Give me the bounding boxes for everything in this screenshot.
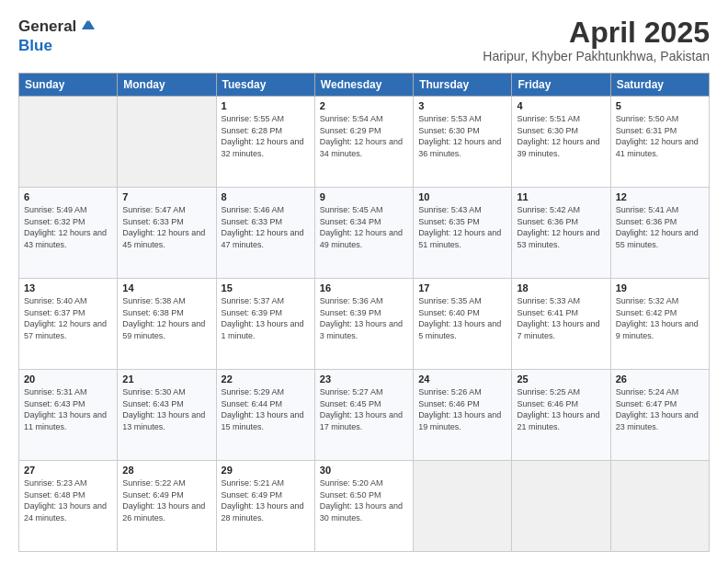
table-row: 21Sunrise: 5:30 AMSunset: 6:43 PMDayligh… [118,370,216,461]
table-row: 27Sunrise: 5:23 AMSunset: 6:48 PMDayligh… [19,461,118,552]
table-row: 16Sunrise: 5:36 AMSunset: 6:39 PMDayligh… [314,279,413,370]
calendar-week-5: 27Sunrise: 5:23 AMSunset: 6:48 PMDayligh… [19,461,710,552]
day-info: Sunrise: 5:32 AMSunset: 6:42 PMDaylight:… [616,295,704,341]
table-row [19,97,118,188]
day-info: Sunrise: 5:36 AMSunset: 6:39 PMDaylight:… [320,295,408,341]
day-info: Sunrise: 5:54 AMSunset: 6:29 PMDaylight:… [320,113,408,159]
day-info: Sunrise: 5:29 AMSunset: 6:44 PMDaylight:… [222,386,310,432]
day-info: Sunrise: 5:38 AMSunset: 6:38 PMDaylight:… [122,295,210,341]
day-number: 3 [418,100,506,111]
table-row: 18Sunrise: 5:33 AMSunset: 6:41 PMDayligh… [512,279,610,370]
page: General Blue April 2025 Haripur, Khyber … [0,0,728,563]
logo-general-text: General [18,17,76,36]
table-row: 6Sunrise: 5:49 AMSunset: 6:32 PMDaylight… [19,188,118,279]
table-row: 12Sunrise: 5:41 AMSunset: 6:36 PMDayligh… [610,188,709,279]
subtitle: Haripur, Khyber Pakhtunkhwa, Pakistan [483,49,710,63]
table-row: 11Sunrise: 5:42 AMSunset: 6:36 PMDayligh… [512,188,610,279]
day-info: Sunrise: 5:47 AMSunset: 6:33 PMDaylight:… [122,204,210,250]
table-row: 13Sunrise: 5:40 AMSunset: 6:37 PMDayligh… [19,279,118,370]
day-number: 17 [418,282,506,293]
table-row: 26Sunrise: 5:24 AMSunset: 6:47 PMDayligh… [610,370,709,461]
day-info: Sunrise: 5:31 AMSunset: 6:43 PMDaylight:… [24,386,112,432]
day-info: Sunrise: 5:49 AMSunset: 6:32 PMDaylight:… [24,204,112,250]
day-info: Sunrise: 5:46 AMSunset: 6:33 PMDaylight:… [222,204,310,250]
day-info: Sunrise: 5:35 AMSunset: 6:40 PMDaylight:… [418,295,506,341]
table-row: 22Sunrise: 5:29 AMSunset: 6:44 PMDayligh… [216,370,314,461]
table-row: 29Sunrise: 5:21 AMSunset: 6:49 PMDayligh… [216,461,314,552]
day-number: 13 [24,282,112,293]
col-saturday: Saturday [610,74,709,97]
day-info: Sunrise: 5:55 AMSunset: 6:28 PMDaylight:… [222,113,310,159]
calendar-week-3: 13Sunrise: 5:40 AMSunset: 6:37 PMDayligh… [19,279,710,370]
calendar-week-1: 1Sunrise: 5:55 AMSunset: 6:28 PMDaylight… [19,97,710,188]
table-row: 15Sunrise: 5:37 AMSunset: 6:39 PMDayligh… [216,279,314,370]
table-row: 5Sunrise: 5:50 AMSunset: 6:31 PMDaylight… [610,97,709,188]
title-block: April 2025 Haripur, Khyber Pakhtunkhwa, … [483,17,710,63]
day-info: Sunrise: 5:26 AMSunset: 6:46 PMDaylight:… [418,386,506,432]
day-number: 15 [222,282,310,293]
day-number: 12 [616,191,704,202]
day-number: 10 [418,191,506,202]
day-info: Sunrise: 5:22 AMSunset: 6:49 PMDaylight:… [122,477,210,523]
day-number: 22 [222,373,310,385]
col-friday: Friday [512,74,610,97]
table-row [512,461,610,552]
day-number: 6 [24,191,112,202]
day-info: Sunrise: 5:27 AMSunset: 6:45 PMDaylight:… [320,386,408,432]
day-info: Sunrise: 5:42 AMSunset: 6:36 PMDaylight:… [517,204,605,250]
col-tuesday: Tuesday [216,74,314,97]
table-row: 2Sunrise: 5:54 AMSunset: 6:29 PMDaylight… [314,97,413,188]
table-row: 4Sunrise: 5:51 AMSunset: 6:30 PMDaylight… [512,97,610,188]
table-row [118,97,216,188]
calendar-week-2: 6Sunrise: 5:49 AMSunset: 6:32 PMDaylight… [19,188,710,279]
day-number: 2 [320,100,408,111]
table-row: 7Sunrise: 5:47 AMSunset: 6:33 PMDaylight… [118,188,216,279]
logo-blue-text: Blue [18,37,52,54]
day-number: 1 [222,100,310,111]
table-row: 14Sunrise: 5:38 AMSunset: 6:38 PMDayligh… [118,279,216,370]
table-row [414,461,512,552]
table-row: 23Sunrise: 5:27 AMSunset: 6:45 PMDayligh… [314,370,413,461]
day-info: Sunrise: 5:45 AMSunset: 6:34 PMDaylight:… [320,204,408,250]
day-number: 30 [320,465,408,476]
day-number: 5 [616,100,704,111]
day-info: Sunrise: 5:53 AMSunset: 6:30 PMDaylight:… [418,113,506,159]
day-number: 19 [616,282,704,293]
logo-icon [78,17,97,35]
day-number: 11 [517,191,605,202]
day-info: Sunrise: 5:25 AMSunset: 6:46 PMDaylight:… [517,386,605,432]
table-row: 25Sunrise: 5:25 AMSunset: 6:46 PMDayligh… [512,370,610,461]
day-info: Sunrise: 5:37 AMSunset: 6:39 PMDaylight:… [222,295,310,341]
day-number: 26 [616,373,704,385]
day-number: 9 [320,191,408,202]
day-info: Sunrise: 5:43 AMSunset: 6:35 PMDaylight:… [418,204,506,250]
table-row: 24Sunrise: 5:26 AMSunset: 6:46 PMDayligh… [414,370,512,461]
day-info: Sunrise: 5:51 AMSunset: 6:30 PMDaylight:… [517,113,605,159]
day-number: 18 [517,282,605,293]
day-number: 25 [517,373,605,385]
col-thursday: Thursday [414,74,512,97]
day-number: 23 [320,373,408,385]
table-row: 19Sunrise: 5:32 AMSunset: 6:42 PMDayligh… [610,279,709,370]
day-number: 4 [517,100,605,111]
table-row: 17Sunrise: 5:35 AMSunset: 6:40 PMDayligh… [414,279,512,370]
calendar-header-row: Sunday Monday Tuesday Wednesday Thursday… [19,74,710,97]
day-info: Sunrise: 5:40 AMSunset: 6:37 PMDaylight:… [24,295,112,341]
table-row: 10Sunrise: 5:43 AMSunset: 6:35 PMDayligh… [414,188,512,279]
day-number: 14 [122,282,210,293]
day-info: Sunrise: 5:21 AMSunset: 6:49 PMDaylight:… [222,477,310,523]
day-info: Sunrise: 5:23 AMSunset: 6:48 PMDaylight:… [24,477,112,523]
day-number: 20 [24,373,112,385]
calendar: Sunday Monday Tuesday Wednesday Thursday… [18,73,710,552]
calendar-week-4: 20Sunrise: 5:31 AMSunset: 6:43 PMDayligh… [19,370,710,461]
logo: General Blue [18,17,97,55]
table-row: 28Sunrise: 5:22 AMSunset: 6:49 PMDayligh… [118,461,216,552]
table-row: 1Sunrise: 5:55 AMSunset: 6:28 PMDaylight… [216,97,314,188]
table-row [610,461,709,552]
day-info: Sunrise: 5:24 AMSunset: 6:47 PMDaylight:… [616,386,704,432]
day-info: Sunrise: 5:33 AMSunset: 6:41 PMDaylight:… [517,295,605,341]
day-info: Sunrise: 5:30 AMSunset: 6:43 PMDaylight:… [122,386,210,432]
table-row: 30Sunrise: 5:20 AMSunset: 6:50 PMDayligh… [314,461,413,552]
day-number: 28 [122,465,210,476]
table-row: 9Sunrise: 5:45 AMSunset: 6:34 PMDaylight… [314,188,413,279]
